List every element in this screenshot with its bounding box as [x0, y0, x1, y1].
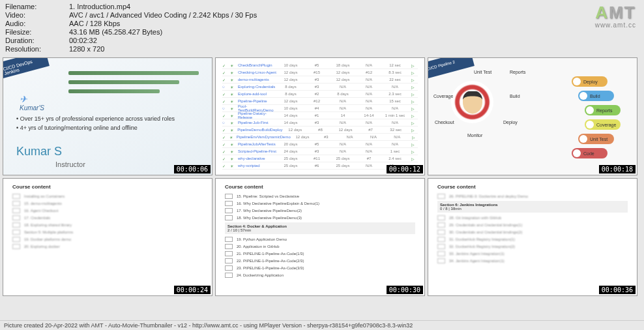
amt-logo: AMT www.amt.cc [595, 3, 636, 29]
weather-icon: ☀ [230, 70, 238, 75]
job-row: ✓☀PipelineEnvVarsDynamicDemo12 days#3N/A… [222, 134, 418, 141]
play-icon: ▷ [408, 121, 418, 125]
job-name: CheckBranchPlugin [238, 63, 278, 67]
duration-label: Duration: [5, 37, 69, 44]
checkbox-icon [225, 251, 233, 256]
audio-value: AAC / 128 Kbps [69, 20, 120, 27]
checkbox-icon [225, 273, 233, 278]
status-icon: ✓ [222, 63, 230, 68]
course-item: 18. Exploring shared library [12, 221, 203, 228]
course-item: 15. Pipeline: Scripted vs Declarative [225, 192, 415, 200]
status-icon: ✓ [222, 164, 230, 168]
resolution-label: Resolution: [5, 45, 69, 53]
course-item: Installing as Containers [12, 192, 203, 200]
play-icon: ▷ [408, 63, 418, 68]
job-name: PipelineDemoBuildDeploy [237, 128, 282, 132]
weather-icon: ☀ [230, 121, 238, 125]
status-icon: ✓ [222, 149, 230, 154]
filesize-label: Filesize: [5, 28, 69, 36]
status-icon: ○ [222, 121, 230, 125]
thumbnail-3: CI/CD Pipeline 2 Unit Test Reports Cover… [428, 57, 637, 175]
play-icon: ▷ [408, 85, 418, 89]
checkbox-icon [225, 265, 233, 271]
course-content-title: Course content [437, 184, 628, 190]
paper-plane-icon: ✈ [20, 94, 27, 104]
checkbox-icon [12, 230, 20, 235]
status-icon: ○ [222, 106, 230, 110]
thumbnail-2: ✓☀CheckBranchPlugin10 days#518 daysN/A12… [215, 57, 425, 175]
thumbnail-grid: CI/CD DevOps Jenkins ✈Kumar'S • Over 15+… [0, 56, 644, 297]
video-value: AVC / avc1 / Advanced Video Coding / 2.2… [69, 11, 257, 19]
job-name: PipelineJobAfterTests [238, 142, 278, 146]
job-name: Checking-Linux-Agent [238, 70, 278, 74]
play-icon: ▷ [409, 128, 418, 132]
job-name: why-scripted [238, 164, 278, 168]
job-name: Pipeline-Pipeline [238, 99, 278, 103]
pipeline-pill: Reports [585, 105, 621, 115]
weather-icon: ☀ [230, 128, 238, 132]
checkbox-icon [225, 201, 233, 206]
checkbox-icon [12, 222, 20, 228]
checkbox-icon [12, 244, 20, 249]
course-item: 21. PIPELINE-1-Pipeline-As-Code(1/3) [225, 250, 415, 257]
slide-bullets: • Over 15+ yrs of professional experienc… [16, 115, 175, 134]
job-row: ✓☀Scripted-Pipeline-First24 days#3N/AN/A… [222, 148, 418, 155]
course-item: 29. Credentials and Credential bindings(… [437, 221, 628, 228]
job-name: Pipeline-Datacy-Release [238, 112, 278, 119]
weather-icon: ☀ [230, 106, 238, 111]
checkbox-icon [437, 194, 445, 199]
tool-icon [579, 92, 587, 100]
job-row: ✓☀Explore-add-tool8 days#28 daysN/A2.3 s… [222, 91, 418, 98]
thumbnail-1: CI/CD DevOps Jenkins ✈Kumar'S • Over 15+… [3, 57, 212, 175]
course-content-title: Course content [225, 184, 415, 190]
course-item: 26. PIPELINE-3: Dockerize and deploy Dem… [437, 192, 628, 200]
thumbnail-5: Course content 15. Pipeline: Scripted vs… [215, 178, 425, 296]
weather-icon: ☀ [230, 164, 238, 168]
play-icon: ▷ [408, 149, 418, 154]
play-icon: ▷ [409, 135, 418, 140]
logo-text-rest: MT [609, 3, 636, 22]
course-item: 20. Exploring docker [12, 243, 203, 250]
checkbox-icon [12, 237, 20, 242]
checkbox-icon [12, 215, 20, 220]
course-item: 15. demo-multiagents [12, 200, 203, 207]
checkbox-icon [12, 201, 20, 206]
course-item: 16. Agent Checkout [12, 207, 203, 214]
timestamp: 00:00:18 [599, 165, 636, 173]
pipeline-pill: Unit Test [578, 134, 614, 144]
course-item: 34. Jenkins Agent Integration(1) [437, 257, 628, 264]
play-icon: ▷ [408, 106, 418, 111]
play-icon: ▷ [408, 113, 418, 118]
checkbox-icon [225, 244, 233, 249]
play-icon: ▷ [408, 92, 418, 97]
status-icon: ✓ [222, 92, 230, 97]
job-name: demo-multiagents [238, 78, 278, 82]
weather-icon: ☀ [230, 113, 238, 118]
weather-icon: ☀ [230, 157, 238, 161]
filename-value: 1. Introduction.mp4 [69, 3, 130, 10]
timestamp: 00:00:12 [387, 165, 423, 173]
tool-icon [586, 106, 594, 114]
job-row: ○☀Exploring-Credentials8 days#3N/AN/AN/A… [222, 83, 418, 91]
weather-icon: ☀ [230, 99, 238, 104]
weather-icon: ☀ [230, 78, 238, 82]
job-row: ✓☀why-declarative25 days#1125 days#72.4 … [222, 155, 418, 162]
slide-banner: CI/CD DevOps Jenkins [3, 57, 50, 80]
slide-banner: CI/CD Pipeline 2 [428, 57, 475, 80]
course-item: 22. PIPELINE-1-Pipeline-As-Code(2/3) [225, 257, 415, 264]
course-item: 17. Why Declarative PipelineDemo(2) [225, 207, 415, 214]
status-icon: ✓ [222, 78, 230, 82]
course-item: Section 5: Multiple platforms [12, 228, 203, 235]
course-item: 23. PIPELINE-1-Pipeline-As-Code(3/3) [225, 264, 415, 271]
audio-label: Audio: [5, 20, 69, 27]
filesize-value: 43.16 MB (45.258.427 Bytes) [69, 28, 162, 36]
metadata-header: Filename:1. Introduction.mp4 Video:AVC /… [0, 0, 644, 56]
tool-icon [586, 121, 594, 128]
tool-icon [579, 135, 587, 143]
pipeline-pill: Code [572, 148, 607, 158]
course-item: 28. Git Integration with GitHub [437, 214, 628, 221]
timestamp: 00:00:30 [387, 286, 423, 294]
checkbox-icon [437, 222, 445, 228]
play-icon: ▷ [408, 78, 418, 82]
checkbox-icon [437, 230, 445, 235]
